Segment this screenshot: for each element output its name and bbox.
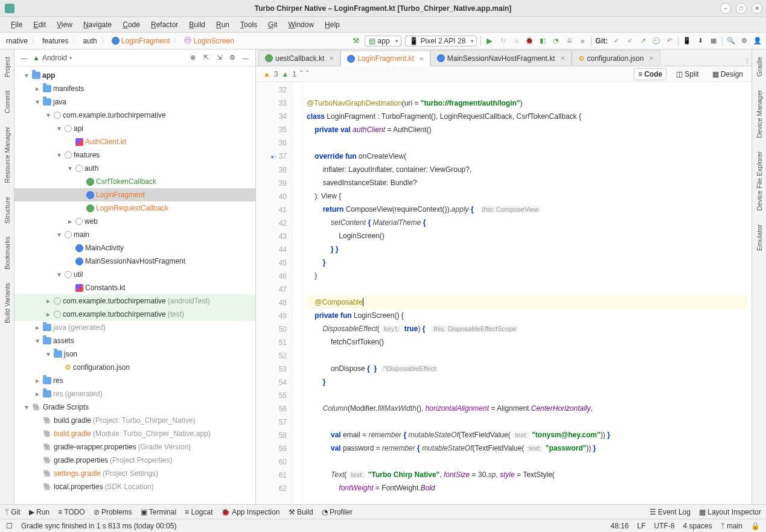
tree-node[interactable]: ▾ features bbox=[14, 148, 255, 162]
close-tab-icon[interactable]: ✕ bbox=[329, 55, 334, 62]
inspection-widget[interactable]: ▲3 ▲1 ˆ ˇ bbox=[263, 70, 308, 78]
tool-project[interactable]: Project bbox=[4, 54, 11, 80]
tree-node[interactable]: 🐘 build.gradle (Project: Turbo_Chirper_N… bbox=[14, 414, 255, 427]
tool-git[interactable]: ᛘ Git bbox=[5, 508, 21, 516]
tree-node[interactable]: ▾ app bbox=[14, 69, 255, 82]
menu-refactor[interactable]: Refactor bbox=[146, 19, 183, 30]
down-icon[interactable]: ˇ bbox=[306, 70, 308, 78]
hide-icon[interactable]: — bbox=[241, 53, 251, 63]
apply-code-icon[interactable]: ≡ bbox=[511, 36, 521, 46]
tree-node[interactable]: Constants.kt bbox=[14, 281, 255, 294]
design-view-button[interactable]: ▦Design bbox=[709, 69, 747, 80]
code-view-button[interactable]: ≡Code bbox=[634, 68, 666, 80]
debug-icon[interactable]: 🐞 bbox=[525, 36, 534, 46]
tree-node[interactable]: 🐘 gradle.properties (Project Properties) bbox=[14, 454, 255, 467]
tree-node[interactable]: ▸ java (generated) bbox=[14, 321, 255, 334]
breadcrumb-features[interactable]: features bbox=[40, 36, 71, 46]
line-separator[interactable]: LF bbox=[637, 522, 646, 530]
tool-emulator[interactable]: Emulator bbox=[756, 222, 763, 253]
menu-git[interactable]: Git bbox=[263, 19, 282, 30]
resource-manager-icon[interactable]: ▦ bbox=[709, 36, 718, 46]
tool-terminal[interactable]: ▣ Terminal bbox=[141, 508, 176, 516]
menu-help[interactable]: Help bbox=[320, 19, 345, 30]
tool-problems[interactable]: ⊘ Problems bbox=[94, 508, 132, 516]
stop-icon[interactable]: ■ bbox=[578, 36, 587, 46]
tree-node[interactable]: ▾ json bbox=[14, 347, 255, 361]
tool-todo[interactable]: ≡ TODO bbox=[58, 508, 85, 516]
editor-tab[interactable]: ⚙configuration.json✕ bbox=[572, 50, 660, 66]
breadcrumb-LoginScreen[interactable]: ⓜLoginScreen bbox=[182, 34, 236, 47]
breadcrumb-LoginFragment[interactable]: LoginFragment bbox=[109, 36, 173, 46]
coverage-icon[interactable]: ◧ bbox=[538, 36, 547, 46]
select-opened-file-icon[interactable]: ⊕ bbox=[188, 53, 197, 63]
tree-node[interactable]: ⚙ configuration.json bbox=[14, 361, 255, 374]
menu-view[interactable]: View bbox=[52, 19, 77, 30]
breadcrumb-rnative[interactable]: rnative bbox=[4, 36, 30, 46]
tree-node[interactable]: ▾ auth bbox=[14, 162, 255, 175]
search-everywhere-icon[interactable]: 🔍 bbox=[726, 36, 736, 46]
tool-app-inspection[interactable]: 🐞 App Inspection bbox=[221, 508, 279, 516]
tool-resource-manager[interactable]: Resource Manager bbox=[4, 124, 11, 186]
tool-build-variants[interactable]: Build Variants bbox=[4, 280, 11, 326]
tree-node[interactable]: ▾ assets bbox=[14, 334, 255, 347]
tree-node[interactable]: ▾ util bbox=[14, 268, 255, 281]
tree-node[interactable]: ▸ manifests bbox=[14, 82, 255, 95]
tree-node[interactable]: 🐘 settings.gradle (Project Settings) bbox=[14, 467, 255, 480]
expand-all-icon[interactable]: ⇱ bbox=[201, 53, 211, 63]
tree-node[interactable]: 🐘 local.properties (SDK Location) bbox=[14, 480, 255, 493]
menu-navigate[interactable]: Navigate bbox=[78, 19, 116, 30]
sdk-manager-icon[interactable]: ⬇ bbox=[695, 36, 705, 46]
tool-structure[interactable]: Structure bbox=[4, 194, 11, 226]
caret-position[interactable]: 48:16 bbox=[611, 522, 629, 530]
close-tab-icon[interactable]: ✕ bbox=[649, 55, 654, 62]
close-tab-icon[interactable]: ✕ bbox=[560, 55, 565, 62]
tool-gradle[interactable]: Gradle bbox=[756, 54, 763, 79]
encoding[interactable]: UTF-8 bbox=[654, 522, 675, 530]
editor-tab[interactable]: uestCallback.kt✕ bbox=[258, 50, 340, 66]
project-view-selector[interactable]: ▲ Android ▾ bbox=[33, 54, 72, 62]
user-icon[interactable]: 👤 bbox=[753, 36, 762, 46]
editor-tab[interactable]: MainSessionNavHostFragment.kt✕ bbox=[430, 50, 572, 66]
tree-node[interactable]: ▸ com.example.turbochirpernative (test) bbox=[14, 308, 255, 321]
tool-device-file-explorer[interactable]: Device File Explorer bbox=[756, 149, 763, 213]
indent[interactable]: 4 spaces bbox=[683, 522, 712, 530]
collapse-all-icon[interactable]: ⇲ bbox=[214, 53, 224, 63]
close-button[interactable]: ✕ bbox=[752, 3, 762, 14]
vcs-history-icon[interactable]: 🕘 bbox=[651, 36, 661, 46]
close-tab-icon[interactable]: ✕ bbox=[419, 55, 424, 62]
tool-run[interactable]: ▶ Run bbox=[29, 508, 49, 516]
tree-node[interactable]: 🐘 gradle-wrapper.properties (Gradle Vers… bbox=[14, 440, 255, 454]
menu-tools[interactable]: Tools bbox=[235, 19, 262, 30]
git-branch[interactable]: ᛘ main bbox=[721, 522, 742, 530]
tree-node[interactable]: AuthClient.kt bbox=[14, 135, 255, 148]
tree-node[interactable]: ▾ com.example.turbochirpernative bbox=[14, 109, 255, 122]
read-only-icon[interactable]: 🔒 bbox=[751, 522, 760, 530]
tree-node[interactable]: ▾ api bbox=[14, 122, 255, 135]
menu-file[interactable]: File bbox=[6, 19, 27, 30]
menu-edit[interactable]: Edit bbox=[28, 19, 51, 30]
up-icon[interactable]: ˆ bbox=[300, 70, 302, 78]
tool-bookmarks[interactable]: Bookmarks bbox=[4, 234, 11, 272]
info-icon[interactable]: ☐ bbox=[6, 522, 13, 530]
tree-node[interactable]: ▸ com.example.turbochirpernative (androi… bbox=[14, 294, 255, 308]
tab-options-icon[interactable]: ⋮ bbox=[742, 56, 752, 66]
run-button[interactable]: ▶ bbox=[485, 36, 494, 46]
tree-node[interactable]: ▾ main bbox=[14, 228, 255, 241]
avd-manager-icon[interactable]: 📱 bbox=[682, 36, 692, 46]
tool-device-manager[interactable]: Device Manager bbox=[756, 87, 763, 141]
tree-node[interactable]: ▸ res bbox=[14, 374, 255, 387]
code-editor[interactable]: @TurboNavGraphDestination(uri = "turbo:/… bbox=[303, 82, 752, 504]
tree-node[interactable]: MainActivity bbox=[14, 241, 255, 255]
split-view-button[interactable]: ◫Split bbox=[672, 69, 702, 80]
project-tree[interactable]: ▾ app▸ manifests▾ java▾ com.example.turb… bbox=[14, 66, 255, 504]
settings-icon[interactable]: ⚙ bbox=[228, 53, 237, 63]
tree-node[interactable]: ▸ res (generated) bbox=[14, 387, 255, 401]
breadcrumb-auth[interactable]: auth bbox=[80, 36, 99, 46]
menu-code[interactable]: Code bbox=[118, 19, 145, 30]
tree-node[interactable]: MainSessionNavHostFragment bbox=[14, 255, 255, 268]
tool-build[interactable]: ⚒ Build bbox=[289, 508, 313, 516]
settings-icon[interactable]: ⚙ bbox=[739, 36, 749, 46]
fold-strip[interactable] bbox=[292, 82, 303, 504]
maximize-button[interactable]: □ bbox=[736, 3, 747, 14]
tree-node[interactable]: ▸ web bbox=[14, 215, 255, 228]
